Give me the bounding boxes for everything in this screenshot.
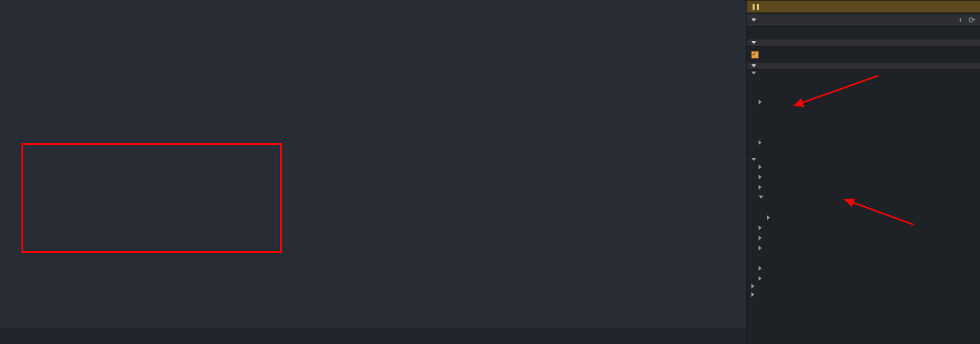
scope-closure-path[interactable] xyxy=(747,283,980,289)
scope-body[interactable] xyxy=(747,70,980,300)
collapse-icon xyxy=(751,41,756,44)
annotation-arrow-1 xyxy=(21,0,746,328)
scope-var-instance[interactable] xyxy=(747,97,980,107)
scope-var-prototype[interactable] xyxy=(747,212,980,222)
line-gutter[interactable] xyxy=(0,0,21,328)
scope-var-i[interactable] xyxy=(747,75,980,85)
scope-var-length[interactable] xyxy=(747,202,980,212)
breakpoint-checkbox[interactable] xyxy=(751,51,759,58)
breakpoints-body xyxy=(747,47,980,62)
refresh-watch-icon[interactable]: ⟳ xyxy=(969,16,975,24)
breakpoint-item[interactable] xyxy=(747,49,980,60)
scope-var-vdom[interactable] xyxy=(747,273,980,283)
breakpoints-header[interactable] xyxy=(747,39,980,47)
scope-var-removedHeight[interactable] xyxy=(747,127,980,137)
scope-var-merge-default[interactable] xyxy=(747,233,980,243)
scope-var-instance2[interactable] xyxy=(747,182,980,192)
watch-body xyxy=(747,27,980,39)
scope-var-external-vue[interactable] xyxy=(747,172,980,182)
scope-var-typeMap[interactable] xyxy=(747,263,980,273)
debugger-sidebar: ❚❚ + ⟳ xyxy=(746,0,980,344)
scope-var-id[interactable] xyxy=(747,85,980,95)
scope-header[interactable] xyxy=(747,62,980,70)
scope-var-len[interactable] xyxy=(747,107,980,117)
annotation-box xyxy=(21,143,282,253)
scope-var-position[interactable] xyxy=(747,117,980,127)
scope-closure-70[interactable] xyxy=(747,157,980,162)
scope-var-seed[interactable] xyxy=(747,253,980,263)
scope-var-userOnClose[interactable] xyxy=(747,147,980,157)
pause-icon: ❚❚ xyxy=(751,2,760,11)
scope-local[interactable] xyxy=(747,71,980,75)
scope-global[interactable] xyxy=(747,289,980,299)
watch-empty-msg xyxy=(747,29,980,36)
scope-var-this[interactable] xyxy=(747,137,980,147)
code-area[interactable] xyxy=(0,0,746,328)
scope-var-instances[interactable] xyxy=(747,192,980,202)
collapse-icon xyxy=(751,18,756,21)
watch-header[interactable]: + ⟳ xyxy=(747,13,980,27)
status-bar xyxy=(0,328,746,344)
debugger-paused-banner: ❚❚ xyxy=(747,0,980,13)
scope-var-main-notification[interactable] xyxy=(747,222,980,233)
devtools-window: ❚❚ + ⟳ xyxy=(0,0,980,344)
add-watch-icon[interactable]: + xyxy=(958,16,963,24)
collapse-icon xyxy=(751,64,756,67)
scope-var-popup[interactable] xyxy=(747,243,980,253)
code-content[interactable] xyxy=(21,0,746,328)
scope-var-NotificationConstructor[interactable] xyxy=(747,162,980,172)
source-editor-pane xyxy=(0,0,746,344)
